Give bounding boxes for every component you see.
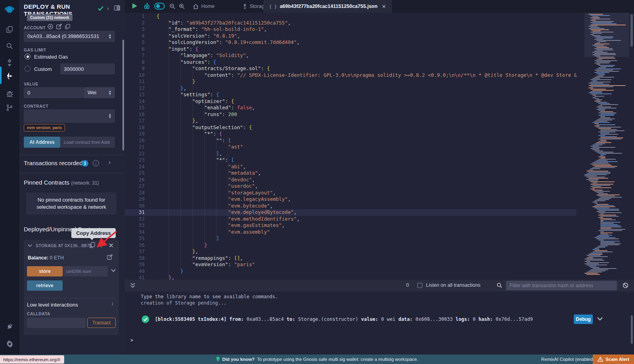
- panel-layout-icon[interactable]: [114, 5, 120, 11]
- debugger-bug-icon[interactable]: [0, 86, 19, 101]
- at-address-button[interactable]: At Address: [24, 137, 60, 148]
- deploy-run-icon[interactable]: [0, 68, 19, 84]
- copilot-toggle[interactable]: [154, 3, 165, 11]
- debug-button[interactable]: Debug: [574, 314, 593, 324]
- listen-label: Listen on all transactions: [426, 282, 481, 288]
- file-explorer-icon[interactable]: [0, 22, 19, 36]
- divider: [19, 155, 125, 155]
- zoom-out-icon[interactable]: [169, 3, 176, 10]
- transactions-expand-chevron-icon[interactable]: ›: [109, 159, 111, 166]
- settings-gear-icon[interactable]: [0, 337, 19, 351]
- instance-collapse-chevron-icon[interactable]: [28, 244, 32, 247]
- transactions-info-icon[interactable]: i: [93, 160, 99, 166]
- panel-scrollbar[interactable]: [122, 40, 124, 151]
- contract-select-stepper[interactable]: ▲▼: [108, 113, 112, 119]
- tx-success-check-icon: [141, 315, 149, 324]
- clear-console-ban-icon[interactable]: [623, 282, 628, 288]
- lowlevel-title: Low level interactions: [27, 302, 78, 308]
- gas-limit-label: GAS LIMIT: [24, 48, 46, 52]
- edit-balance-icon[interactable]: [107, 254, 113, 260]
- copy-account-icon[interactable]: [65, 24, 70, 29]
- terminal-scrollbar[interactable]: [631, 315, 633, 344]
- value-unit-select[interactable]: Wei ▲▼: [84, 87, 115, 98]
- did-you-know-tip: Did you know? To prototype using the Gno…: [0, 356, 634, 362]
- calldata-label: CALLDATA: [27, 311, 50, 316]
- account-label: ACCOUNT: [24, 25, 46, 30]
- annotation-red-arrow: [94, 230, 118, 249]
- deploy-run-panel: DEPLOY & RUN TRANSACTIONS › Custom (31) …: [19, 0, 125, 354]
- pinned-contracts-title: Pinned Contracts (network: 31): [24, 179, 99, 186]
- contract-select[interactable]: ▲▼: [24, 109, 115, 123]
- calldata-input[interactable]: [27, 318, 86, 328]
- transactions-count-badge: 1: [82, 160, 88, 167]
- icon-rail: [0, 0, 19, 354]
- store-arg-input[interactable]: [63, 266, 108, 276]
- transaction-log-line[interactable]: [block:5583405 txIndex:4] from: 0xa03...…: [155, 316, 533, 322]
- solidity-file-icon: [243, 4, 247, 9]
- instance-balance: Balance: 0 ETH: [28, 255, 64, 261]
- copilot-status[interactable]: RemixAI Copilot (enabled): [541, 354, 594, 364]
- editor-gutter: 1234567891011121314151617181920212223242…: [125, 13, 150, 280]
- retrieve-button[interactable]: retrieve: [27, 280, 63, 291]
- plugin-manager-plug-icon[interactable]: [0, 319, 19, 334]
- panel-expand-chevron-icon[interactable]: ›: [107, 5, 109, 11]
- account-select-stepper[interactable]: ▲▼: [108, 34, 112, 39]
- json-file-icon: { }: [269, 4, 277, 9]
- store-button[interactable]: store: [27, 266, 63, 276]
- terminal-msg-1: Type the library name to see available c…: [141, 294, 278, 299]
- home-icon: [193, 4, 199, 9]
- solidity-compiler-icon[interactable]: [0, 55, 19, 70]
- git-branch-icon[interactable]: [0, 101, 19, 115]
- listen-checkbox[interactable]: [417, 283, 422, 288]
- tx-expand-chevron-icon[interactable]: [597, 317, 603, 321]
- search-icon[interactable]: [0, 39, 19, 53]
- terminal-search-icon[interactable]: [497, 282, 502, 288]
- account-select[interactable]: 0xA03...85ac4 (0.39866531531 ▲▼: [24, 31, 115, 42]
- status-bar: Did you know? To prototype using the Gno…: [0, 354, 634, 364]
- deployed-contract-card: STORAGE AT 0X136...8B78 ✕ Balance: 0 ETH…: [24, 240, 119, 335]
- run-script-play-icon[interactable]: [132, 3, 137, 11]
- terminal-prompt[interactable]: >: [130, 337, 133, 343]
- terminal-msg-2: creation of Storage pending...: [141, 300, 227, 306]
- store-expand-chevron-icon[interactable]: [111, 269, 116, 272]
- close-tab-icon[interactable]: ✕: [382, 4, 386, 10]
- transactions-recorded-label: Transactions recorded: [24, 160, 83, 166]
- code-editor[interactable]: 1234567891011121314151617181920212223242…: [125, 13, 634, 280]
- remix-ide: DEPLOY & RUN TRANSACTIONS › Custom (31) …: [0, 0, 634, 364]
- editor-code: { "id": "a69b43f277ba20fcac141151250ca75…: [157, 13, 577, 280]
- evm-version-badge: evm version: paris: [24, 124, 65, 131]
- zoom-in-icon[interactable]: [179, 3, 185, 10]
- collapse-terminal-chevrons-icon[interactable]: [130, 283, 135, 288]
- terminal-filter-input[interactable]: [506, 281, 617, 290]
- value-unit-stepper[interactable]: ▲▼: [108, 90, 112, 95]
- tab-home[interactable]: Home: [187, 0, 220, 13]
- lowlevel-info-icon[interactable]: i: [112, 301, 113, 307]
- tab-json-build-info[interactable]: { } a69b43f277ba20fcac141151250ca755.jso…: [264, 0, 392, 13]
- divider: [19, 173, 125, 173]
- editor-scrollbar[interactable]: [630, 14, 633, 47]
- link-preview-url: https://remix.ethereum.org/#: [0, 355, 64, 364]
- pinned-empty-card: No pinned contracts found for selected w…: [26, 192, 116, 215]
- edit-account-icon[interactable]: [56, 24, 62, 29]
- value-label: VALUE: [24, 82, 38, 86]
- contract-label: CONTRACT: [24, 104, 48, 109]
- editor-toolbar: Home Storage.sol { } a69b43f277ba20fcac1…: [125, 0, 634, 13]
- minimap[interactable]: [584, 14, 629, 278]
- gas-estimated-label: Estimated Gas: [34, 54, 68, 60]
- transact-button[interactable]: Transact: [87, 318, 116, 328]
- gas-custom-label: Custom: [34, 66, 52, 72]
- terminal[interactable]: Type the library name to see available c…: [125, 292, 634, 354]
- divider: [27, 298, 116, 298]
- lightbulb-icon: [216, 356, 220, 362]
- gas-custom-input[interactable]: [60, 63, 115, 74]
- gas-custom-radio[interactable]: [25, 66, 31, 73]
- instance-title: STORAGE AT 0X136...8B78: [36, 243, 92, 248]
- listen-count: 0: [406, 282, 409, 288]
- load-contract-input[interactable]: [60, 137, 115, 148]
- remix-logo-icon[interactable]: [0, 2, 19, 18]
- ai-assistant-robot-icon[interactable]: [143, 2, 151, 11]
- gas-estimated-radio[interactable]: [25, 53, 31, 61]
- add-account-icon[interactable]: [48, 24, 53, 29]
- scam-alert-badge[interactable]: Scam Alert: [593, 354, 634, 364]
- value-input[interactable]: [24, 87, 84, 98]
